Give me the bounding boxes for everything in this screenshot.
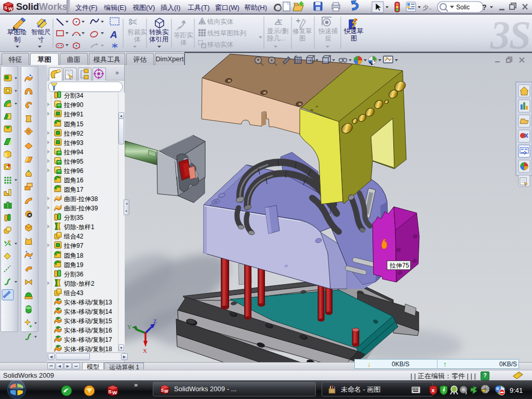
svg-text:寸: 寸	[38, 36, 45, 43]
svg-text:捉: 捉	[325, 35, 332, 42]
svg-text:转换实: 转换实	[149, 29, 169, 36]
svg-text:图: 图	[299, 35, 306, 42]
svg-text:体: 体	[180, 39, 187, 46]
svg-text:少..: 少..	[423, 4, 432, 10]
svg-text:线性草图阵列: 线性草图阵列	[207, 30, 246, 37]
svg-text:智能尺: 智能尺	[31, 29, 51, 36]
svg-text:W: W	[112, 390, 117, 395]
svg-text:快速捕: 快速捕	[318, 28, 338, 35]
svg-text:A: A	[110, 29, 117, 40]
svg-text:体引用: 体引用	[149, 36, 169, 43]
svg-text:快速草: 快速草	[343, 28, 364, 35]
svg-text:草图绘: 草图绘	[7, 29, 27, 36]
svg-text:x: x	[432, 387, 435, 393]
svg-text:除几...: 除几...	[267, 35, 285, 42]
svg-text:镜向实体: 镜向实体	[207, 18, 234, 25]
svg-text:剪裁实: 剪裁实	[127, 29, 147, 36]
svg-text:Solic: Solic	[456, 4, 470, 11]
svg-text:X: X	[143, 348, 147, 354]
svg-text:W: W	[164, 389, 168, 394]
svg-text:制: 制	[14, 36, 21, 43]
svg-text:S: S	[108, 389, 112, 394]
svg-text:S: S	[4, 5, 7, 10]
svg-text:等距实: 等距实	[174, 32, 193, 39]
svg-text:拉伸75: 拉伸75	[389, 262, 409, 269]
svg-text:移动实体: 移动实体	[207, 41, 234, 48]
svg-text:Y: Y	[127, 324, 131, 330]
svg-text:W: W	[8, 6, 13, 11]
svg-text:显示/删: 显示/删	[267, 28, 288, 35]
svg-text:S: S	[161, 388, 164, 393]
svg-text:?: ?	[482, 3, 487, 11]
svg-text:Z: Z	[153, 318, 157, 324]
svg-text:修复草: 修复草	[292, 28, 312, 35]
svg-text:体: 体	[134, 36, 141, 43]
svg-text:图: 图	[351, 35, 357, 42]
